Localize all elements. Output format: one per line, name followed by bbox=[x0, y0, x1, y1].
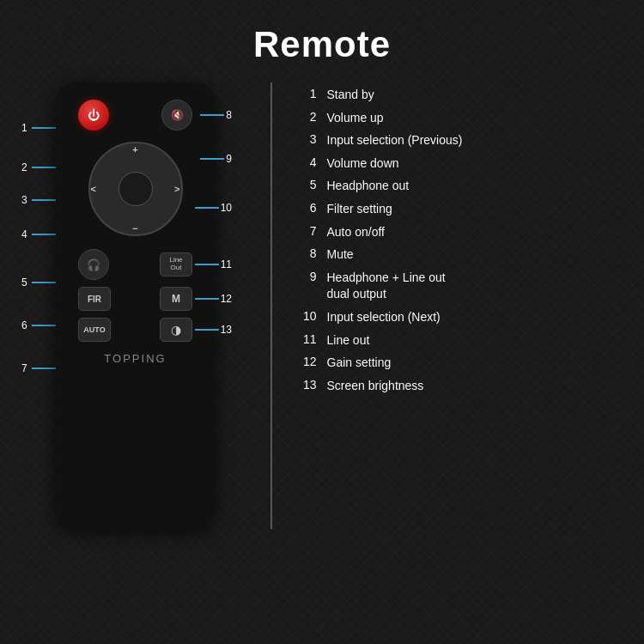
nav-down-label: − bbox=[132, 223, 137, 234]
legend-item-13: 13Screen brightness bbox=[298, 378, 623, 395]
nav-left-label: < bbox=[91, 184, 96, 194]
legend-text-10: Input selection (Next) bbox=[327, 309, 440, 326]
legend-text-3: Input selection (Previous) bbox=[327, 132, 463, 149]
label-9: 9 bbox=[226, 153, 232, 165]
legend-number-5: 5 bbox=[298, 178, 317, 191]
label-5: 5 bbox=[21, 276, 32, 289]
nav-cluster[interactable]: + − < > bbox=[84, 137, 187, 240]
legend-number-12: 12 bbox=[298, 355, 317, 368]
section-divider bbox=[270, 82, 272, 529]
label-8: 8 bbox=[226, 109, 232, 121]
legend-text-12: Gain setting bbox=[327, 355, 392, 372]
label-7: 7 bbox=[21, 362, 32, 374]
label-11: 11 bbox=[221, 258, 232, 270]
legend-number-13: 13 bbox=[298, 378, 317, 392]
legend-item-4: 4Volume down bbox=[298, 155, 623, 173]
legend-text-7: Auto on/off bbox=[327, 224, 385, 241]
legend-text-1: Stand by bbox=[327, 87, 374, 104]
legend-number-6: 6 bbox=[298, 201, 317, 215]
m-button[interactable]: M bbox=[160, 287, 192, 311]
legend-item-8: 8Mute bbox=[298, 246, 623, 264]
remote-diagram: 1 2 3 4 5 bbox=[21, 82, 245, 529]
legend-text-13: Screen brightness bbox=[327, 378, 424, 395]
label-4: 4 bbox=[21, 228, 32, 240]
legend-number-11: 11 bbox=[298, 332, 317, 346]
legend-number-7: 7 bbox=[298, 224, 317, 238]
auto-button[interactable]: AUTO bbox=[78, 318, 111, 342]
nav-up-label: + bbox=[132, 144, 137, 155]
legend-number-3: 3 bbox=[298, 132, 317, 146]
mute-button[interactable]: 🔇 bbox=[161, 100, 192, 131]
legend-number-4: 4 bbox=[298, 155, 317, 169]
brand-label: TOPPING bbox=[70, 352, 201, 365]
legend-text-8: Mute bbox=[327, 246, 354, 264]
label-1: 1 bbox=[21, 122, 32, 134]
fir-button[interactable]: FIR bbox=[78, 287, 111, 311]
legend-item-6: 6Filter setting bbox=[298, 201, 623, 218]
legend-item-10: 10Input selection (Next) bbox=[298, 309, 623, 326]
legend-number-9: 9 bbox=[298, 270, 317, 283]
label-10: 10 bbox=[221, 202, 232, 214]
legend-text-4: Volume down bbox=[327, 155, 399, 173]
legend-number-10: 10 bbox=[298, 309, 317, 323]
label-6: 6 bbox=[21, 319, 32, 331]
legend-list: 1Stand by2Volume up3Input selection (Pre… bbox=[298, 82, 623, 394]
legend-number-8: 8 bbox=[298, 246, 317, 260]
legend-text-2: Volume up bbox=[327, 110, 384, 127]
legend-item-2: 2Volume up bbox=[298, 110, 623, 127]
legend-item-1: 1Stand by bbox=[298, 87, 623, 104]
legend-number-1: 1 bbox=[298, 87, 317, 100]
label-12: 12 bbox=[221, 293, 232, 305]
legend-number-2: 2 bbox=[298, 110, 317, 124]
legend-text-9: Headphone + Line outdual output bbox=[327, 270, 446, 303]
legend-text-5: Headphone out bbox=[327, 178, 410, 195]
legend-item-5: 5Headphone out bbox=[298, 178, 623, 195]
remote-body: 8 ⏻ 🔇 9 10 bbox=[56, 82, 215, 529]
power-button[interactable]: ⏻ bbox=[78, 100, 109, 131]
lineout-button[interactable]: LineOut bbox=[160, 252, 192, 276]
label-3: 3 bbox=[21, 194, 32, 206]
legend-text-11: Line out bbox=[327, 332, 370, 349]
legend-item-11: 11Line out bbox=[298, 332, 623, 349]
legend-item-3: 3Input selection (Previous) bbox=[298, 132, 623, 149]
brightness-button[interactable]: ◑ bbox=[160, 318, 192, 342]
label-2: 2 bbox=[21, 161, 32, 173]
page-title: Remote bbox=[253, 24, 391, 65]
legend-item-12: 12Gain setting bbox=[298, 355, 623, 372]
nav-right-label: > bbox=[174, 184, 179, 194]
label-13: 13 bbox=[221, 324, 232, 336]
legend-item-7: 7Auto on/off bbox=[298, 224, 623, 241]
legend-text-6: Filter setting bbox=[327, 201, 392, 218]
headphone-button[interactable]: 🎧 bbox=[78, 249, 109, 280]
legend-item-9: 9Headphone + Line outdual output bbox=[298, 270, 623, 303]
